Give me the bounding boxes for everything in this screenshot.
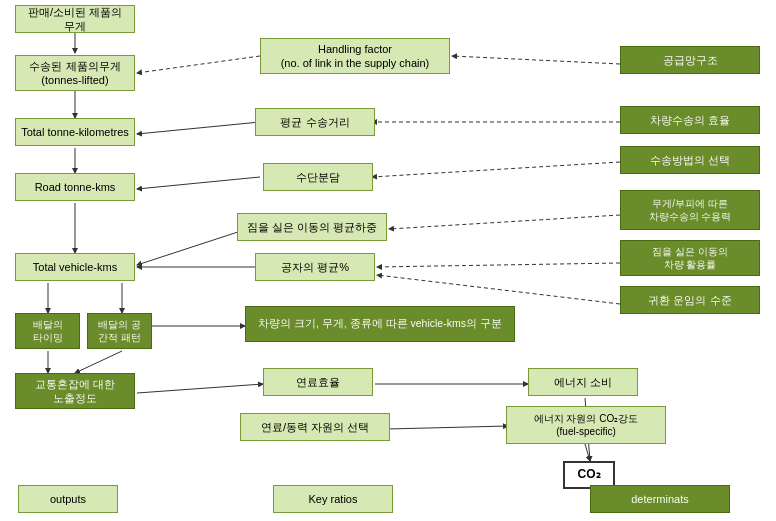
vehicle-transport-eff-node: 차량수송의 효율 — [620, 106, 760, 134]
traffic-exposure-node: 교통혼잡에 대한노출정도 — [15, 373, 135, 409]
supply-chain-node: 공급망구조 — [620, 46, 760, 74]
svg-line-15 — [137, 384, 263, 393]
svg-line-12 — [137, 229, 247, 265]
svg-line-23 — [377, 263, 620, 267]
avg-transport-dist-node: 평균 수송거리 — [255, 108, 375, 136]
tonnes-lifted-node: 수송된 제품의무게(tonnes-lifted) — [15, 55, 135, 91]
energy-consumption-node: 에너지 소비 — [528, 368, 638, 396]
outputs-legend: outputs — [18, 485, 118, 513]
svg-line-21 — [372, 162, 620, 177]
delivery-timing-node: 배달의타이밍 — [15, 313, 80, 349]
svg-line-11 — [137, 177, 260, 189]
svg-line-9 — [452, 56, 620, 64]
svg-line-19 — [585, 444, 590, 461]
total-tonne-km-node: Total tonne-kilometres — [15, 118, 135, 146]
return-freight-node: 귀환 운임의 수준 — [620, 286, 760, 314]
transport-method-node: 수송방법의 선택 — [620, 146, 760, 174]
svg-line-17 — [387, 426, 508, 429]
avg-load-node: 짐을 실은 이동의 평균하중 — [237, 213, 387, 241]
svg-line-24 — [377, 275, 620, 304]
svg-line-7 — [75, 351, 122, 373]
road-tonne-km-node: Road tonne-kms — [15, 173, 135, 201]
svg-line-10 — [137, 122, 260, 134]
modal-split-node: 수단분담 — [263, 163, 373, 191]
vehicle-km-breakdown-node: 차량의 크기, 무게, 종류에 따른 vehicle-kms의 구분 — [245, 306, 515, 342]
fuel-source-select-node: 연료/동력 자원의 선택 — [240, 413, 390, 441]
empty-avg-node: 공자의 평균% — [255, 253, 375, 281]
svg-line-22 — [389, 215, 620, 229]
total-vehicle-km-node: Total vehicle-kms — [15, 253, 135, 281]
key-ratios-legend: Key ratios — [273, 485, 393, 513]
delivery-pattern-node: 배달의 공간적 패턴 — [87, 313, 152, 349]
weight-vol-capacity-node: 무게/부피에 따른차량수송의 수용력 — [620, 190, 760, 230]
energy-co2-node: 에너지 자원의 CO₂강도(fuel-specific) — [506, 406, 666, 444]
sold-products-node: 판매/소비된 제품의 무게 — [15, 5, 135, 33]
svg-line-8 — [137, 56, 260, 73]
fuel-efficiency-node: 연료효율 — [263, 368, 373, 396]
diagram: 판매/소비된 제품의 무게 수송된 제품의무게(tonnes-lifted) T… — [0, 0, 776, 521]
handling-factor-node: Handling factor(no. of link in the suppl… — [260, 38, 450, 74]
loaded-utilization-node: 짐을 실은 이동의차량 활용률 — [620, 240, 760, 276]
determinats-legend: determinats — [590, 485, 730, 513]
